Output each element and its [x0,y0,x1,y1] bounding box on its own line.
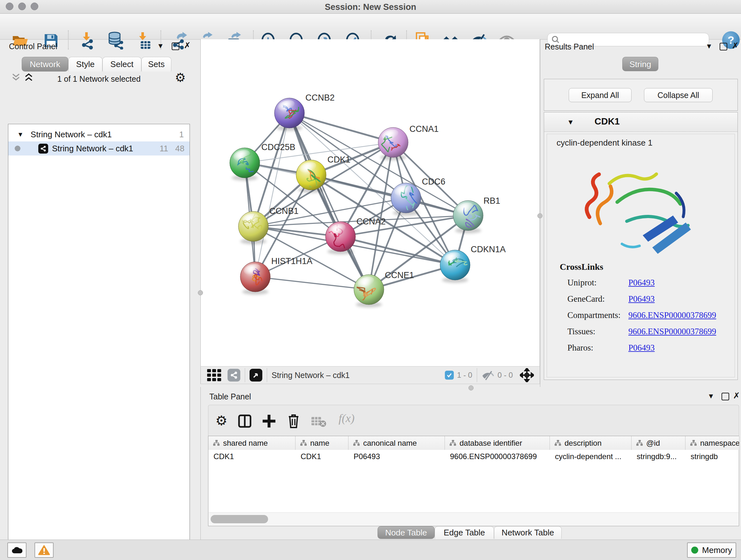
float-panel-icon[interactable] [720,43,727,51]
network-node-CDK1[interactable] [296,160,326,192]
view-toolbar-separator [267,368,267,382]
crosslink-label: Uniprot: [567,278,597,288]
table-cell[interactable]: CDK1 [208,450,295,463]
table-cell[interactable]: P06493 [348,450,445,463]
table-toolbar: ⚙ f(x) [208,405,739,436]
collapse-panel-icon[interactable]: ▼ [708,393,715,400]
network-node-CCNE1[interactable] [354,274,384,305]
collection-expander-icon[interactable]: ▼ [17,131,23,138]
collapse-panel-icon[interactable]: ▼ [705,43,713,50]
tab-network[interactable]: Network [22,57,68,71]
view-toolbar-separator [477,368,477,382]
column-header-database-identifier[interactable]: database identifier [445,436,550,450]
tab-node-table[interactable]: Node Table [378,526,434,539]
table-cell[interactable]: stringdb:9... [631,450,685,463]
network-options-gear-icon[interactable]: ⚙ [175,71,186,84]
collapse-all-button[interactable]: Collapse All [644,88,713,102]
collapse-panel-icon[interactable]: ▼ [157,43,164,50]
network-row-selected[interactable]: String Network – cdk1 11 48 [8,141,190,155]
table-cell[interactable]: 9606.ENSP00000378699 [445,450,550,463]
node-label: CCNE1 [385,270,414,280]
control-panel-title: Control Panel [9,42,57,51]
cloud-status-button[interactable] [7,543,26,558]
table-cell[interactable]: CDK1 [295,450,348,463]
network-node-CDC6[interactable] [391,183,421,213]
crosslinks-list: Uniprot:P06493GeneCard:P06493Compartment… [547,275,735,357]
birdseye-grid-icon[interactable] [207,369,222,381]
network-node-CCNB2[interactable] [274,98,305,128]
application-window: Session: New Session [0,0,741,560]
tab-style[interactable]: Style [68,57,103,71]
table-settings-gear-icon[interactable]: ⚙ [215,413,227,428]
network-collection-row[interactable]: ▼ String Network – cdk1 1 [8,127,190,141]
crosslink-label: GeneCard: [567,294,605,304]
tab-string-results[interactable]: String [622,57,658,71]
network-edge [255,113,289,277]
results-panel: Results Panel ▼ ✗ String Expand All Coll… [540,39,741,387]
warning-triangle-icon [38,545,50,555]
pan-crosshair-icon[interactable] [520,368,534,382]
show-columns-icon[interactable] [238,414,252,428]
network-node-CCNB1[interactable] [239,211,268,241]
collection-count: 1 [179,130,184,139]
column-header--id[interactable]: @id [631,436,685,450]
main-toolbar: ? [0,14,741,40]
expand-all-tree-icon[interactable] [24,73,35,82]
close-panel-icon[interactable]: ✗ [184,42,191,49]
column-header-description[interactable]: description [550,436,631,450]
network-canvas[interactable]: CCNB2CCNA1CDC25BCDK1CDC6RB1CCNB1CCNA2CDK… [200,39,540,366]
crosslink-label: Compartments: [567,310,620,320]
collapse-all-tree-icon[interactable] [11,73,22,82]
network-node-HIST1H1A[interactable] [240,262,270,292]
section-node-name: CDK1 [595,116,620,127]
vertical-splitter-handle[interactable] [198,290,203,295]
horizontal-scrollbar[interactable] [209,512,738,525]
network-node-RB1[interactable] [453,200,483,231]
column-header-name[interactable]: name [295,436,348,450]
open-in-new-window-icon[interactable] [250,369,262,381]
crosslink-label: Tissues: [567,327,596,336]
table-cell[interactable]: cyclin-dependent ... [550,450,631,463]
float-panel-icon[interactable] [722,393,729,400]
tab-select[interactable]: Select [103,57,141,71]
tab-sets[interactable]: Sets [141,57,172,71]
crosslink-row: Tissues:9606.ENSP00000378699 [547,324,735,340]
memory-label: Memory [702,545,732,555]
node-label: CDKN1A [471,245,506,254]
crosslink-link[interactable]: P06493 [628,343,655,353]
crosslink-link[interactable]: 9606.ENSP00000378699 [628,310,716,320]
scrollbar-thumb[interactable] [211,515,268,523]
network-tree: ▼ String Network – cdk1 1 String Network… [8,124,190,560]
crosslink-row: Pharos:P06493 [547,340,735,357]
create-column-plus-icon[interactable] [262,414,276,428]
network-node-CCNA1[interactable] [378,127,408,158]
section-expander-icon[interactable]: ▼ [567,118,574,126]
warning-status-button[interactable] [35,543,54,558]
column-header-namespace[interactable]: namespace [685,436,739,450]
network-node-CDKN1A[interactable] [440,250,477,280]
selected-checkbox-icon[interactable] [445,371,454,380]
results-node-box: ▼ CDK1 cyclin-dependent kinase 1 CrossLi… [544,112,738,380]
table-cell[interactable]: stringdb [685,450,739,463]
tab-network-table[interactable]: Network Table [494,526,562,539]
crosslink-link[interactable]: P06493 [628,278,655,288]
delete-column-trash-icon[interactable] [287,414,300,429]
network-type-share-icon[interactable] [227,369,240,381]
close-panel-icon[interactable]: ✗ [733,392,740,399]
float-panel-icon[interactable] [172,43,179,50]
tab-edge-table[interactable]: Edge Table [434,526,494,539]
node-description: cyclin-dependent kinase 1 [556,138,653,148]
close-panel-icon[interactable]: ✗ [732,42,739,49]
node-section-header[interactable]: ▼ CDK1 [544,112,738,132]
memory-button[interactable]: Memory [687,543,736,558]
node-detail-box: cyclin-dependent kinase 1 CrossLinks Uni… [547,134,735,377]
crosslink-link[interactable]: P06493 [628,294,655,304]
string-network-graph[interactable]: CCNB2CCNA1CDC25BCDK1CDC6RB1CCNB1CCNA2CDK… [201,39,540,366]
column-header-shared-name[interactable]: shared name [208,436,295,450]
table-panel-title: Table Panel [209,392,251,401]
column-header-canonical-name[interactable]: canonical name [348,436,445,450]
crosslink-row: Compartments:9606.ENSP00000378699 [547,308,735,324]
crosslink-link[interactable]: 9606.ENSP00000378699 [628,327,716,336]
control-panel: Control Panel ▼ ✗ Network Style Select S… [0,39,200,540]
expand-all-button[interactable]: Expand All [569,88,631,102]
